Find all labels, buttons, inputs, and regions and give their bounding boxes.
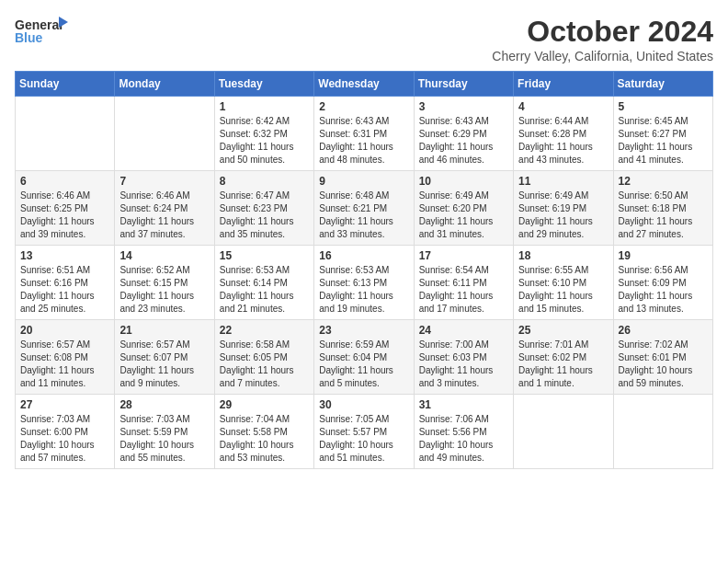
calendar-cell: 2Sunrise: 6:43 AM Sunset: 6:31 PM Daylig… [314, 97, 414, 171]
day-info: Sunrise: 7:01 AM Sunset: 6:02 PM Dayligh… [518, 339, 608, 390]
weekday-header-row: SundayMondayTuesdayWednesdayThursdayFrid… [16, 72, 713, 97]
calendar-cell: 9Sunrise: 6:48 AM Sunset: 6:21 PM Daylig… [314, 171, 414, 246]
day-info: Sunrise: 6:57 AM Sunset: 6:07 PM Dayligh… [119, 339, 209, 390]
day-info: Sunrise: 6:59 AM Sunset: 6:04 PM Dayligh… [319, 339, 408, 390]
day-info: Sunrise: 7:05 AM Sunset: 5:57 PM Dayligh… [319, 413, 408, 465]
title-area: October 2024 Cherry Valley, California, … [492, 15, 713, 63]
day-info: Sunrise: 6:53 AM Sunset: 6:14 PM Dayligh… [220, 264, 309, 316]
calendar-cell: 4Sunrise: 6:44 AM Sunset: 6:28 PM Daylig… [514, 97, 613, 171]
calendar-cell: 22Sunrise: 6:58 AM Sunset: 6:05 PM Dayli… [214, 320, 313, 395]
day-number: 2 [319, 100, 408, 113]
day-number: 7 [119, 175, 209, 188]
day-info: Sunrise: 6:46 AM Sunset: 6:24 PM Dayligh… [119, 190, 209, 241]
day-number: 4 [518, 100, 608, 113]
calendar-cell: 6Sunrise: 6:46 AM Sunset: 6:25 PM Daylig… [16, 171, 115, 246]
weekday-header-wednesday: Wednesday [314, 72, 414, 97]
calendar-cell: 16Sunrise: 6:53 AM Sunset: 6:13 PM Dayli… [314, 246, 414, 320]
day-info: Sunrise: 6:48 AM Sunset: 6:21 PM Dayligh… [319, 190, 408, 241]
calendar-cell: 15Sunrise: 6:53 AM Sunset: 6:14 PM Dayli… [214, 246, 313, 320]
svg-text:Blue: Blue [15, 30, 43, 45]
day-info: Sunrise: 7:02 AM Sunset: 6:01 PM Dayligh… [619, 339, 708, 390]
day-info: Sunrise: 6:45 AM Sunset: 6:27 PM Dayligh… [619, 115, 708, 167]
day-info: Sunrise: 6:51 AM Sunset: 6:16 PM Dayligh… [20, 264, 109, 316]
day-info: Sunrise: 6:49 AM Sunset: 6:19 PM Dayligh… [518, 190, 608, 241]
weekday-header-sunday: Sunday [16, 72, 115, 97]
day-number: 18 [518, 249, 608, 262]
calendar-cell: 14Sunrise: 6:52 AM Sunset: 6:15 PM Dayli… [115, 246, 214, 320]
calendar-cell: 12Sunrise: 6:50 AM Sunset: 6:18 PM Dayli… [613, 171, 712, 246]
calendar-cell: 10Sunrise: 6:49 AM Sunset: 6:20 PM Dayli… [414, 171, 513, 246]
day-info: Sunrise: 7:00 AM Sunset: 6:03 PM Dayligh… [419, 339, 508, 390]
calendar-cell: 29Sunrise: 7:04 AM Sunset: 5:58 PM Dayli… [214, 395, 313, 469]
day-number: 16 [319, 249, 408, 262]
svg-marker-2 [59, 17, 68, 28]
day-number: 20 [20, 324, 109, 337]
day-info: Sunrise: 6:57 AM Sunset: 6:08 PM Dayligh… [20, 339, 109, 390]
calendar-week-row: 27Sunrise: 7:03 AM Sunset: 6:00 PM Dayli… [16, 395, 713, 469]
calendar-cell: 19Sunrise: 6:56 AM Sunset: 6:09 PM Dayli… [613, 246, 712, 320]
calendar-week-row: 6Sunrise: 6:46 AM Sunset: 6:25 PM Daylig… [16, 171, 713, 246]
weekday-header-thursday: Thursday [414, 72, 513, 97]
day-number: 27 [20, 398, 109, 411]
calendar-cell: 17Sunrise: 6:54 AM Sunset: 6:11 PM Dayli… [414, 246, 513, 320]
day-number: 13 [20, 249, 109, 262]
calendar-cell: 18Sunrise: 6:55 AM Sunset: 6:10 PM Dayli… [514, 246, 613, 320]
calendar-cell: 26Sunrise: 7:02 AM Sunset: 6:01 PM Dayli… [613, 320, 712, 395]
day-number: 8 [220, 175, 309, 188]
day-info: Sunrise: 6:42 AM Sunset: 6:32 PM Dayligh… [220, 115, 309, 167]
day-number: 15 [220, 249, 309, 262]
weekday-header-monday: Monday [115, 72, 214, 97]
calendar-week-row: 13Sunrise: 6:51 AM Sunset: 6:16 PM Dayli… [16, 246, 713, 320]
day-number: 31 [419, 398, 508, 411]
calendar-cell [115, 97, 214, 171]
day-info: Sunrise: 7:03 AM Sunset: 6:00 PM Dayligh… [20, 413, 109, 465]
calendar-cell [16, 97, 115, 171]
calendar-cell: 27Sunrise: 7:03 AM Sunset: 6:00 PM Dayli… [16, 395, 115, 469]
calendar-cell: 20Sunrise: 6:57 AM Sunset: 6:08 PM Dayli… [16, 320, 115, 395]
calendar-table: SundayMondayTuesdayWednesdayThursdayFrid… [15, 71, 713, 469]
day-number: 3 [419, 100, 508, 113]
calendar-cell [613, 395, 712, 469]
calendar-cell: 23Sunrise: 6:59 AM Sunset: 6:04 PM Dayli… [314, 320, 414, 395]
calendar-cell: 11Sunrise: 6:49 AM Sunset: 6:19 PM Dayli… [514, 171, 613, 246]
calendar-cell: 8Sunrise: 6:47 AM Sunset: 6:23 PM Daylig… [214, 171, 313, 246]
day-number: 11 [518, 175, 608, 188]
calendar-cell: 5Sunrise: 6:45 AM Sunset: 6:27 PM Daylig… [613, 97, 712, 171]
day-number: 21 [119, 324, 209, 337]
day-number: 1 [220, 100, 309, 113]
day-info: Sunrise: 6:54 AM Sunset: 6:11 PM Dayligh… [419, 264, 508, 316]
day-info: Sunrise: 6:50 AM Sunset: 6:18 PM Dayligh… [619, 190, 708, 241]
day-info: Sunrise: 6:46 AM Sunset: 6:25 PM Dayligh… [20, 190, 109, 241]
day-number: 14 [119, 249, 209, 262]
day-number: 28 [119, 398, 209, 411]
day-number: 22 [220, 324, 309, 337]
day-info: Sunrise: 6:43 AM Sunset: 6:29 PM Dayligh… [419, 115, 508, 167]
logo-svg: GeneralBlue [15, 15, 70, 48]
day-number: 5 [619, 100, 708, 113]
day-number: 6 [20, 175, 109, 188]
day-info: Sunrise: 6:44 AM Sunset: 6:28 PM Dayligh… [518, 115, 608, 167]
location: Cherry Valley, California, United States [492, 49, 713, 63]
calendar-week-row: 1Sunrise: 6:42 AM Sunset: 6:32 PM Daylig… [16, 97, 713, 171]
day-number: 24 [419, 324, 508, 337]
day-number: 12 [619, 175, 708, 188]
day-number: 26 [619, 324, 708, 337]
day-info: Sunrise: 6:52 AM Sunset: 6:15 PM Dayligh… [119, 264, 209, 316]
day-info: Sunrise: 6:56 AM Sunset: 6:09 PM Dayligh… [619, 264, 708, 316]
calendar-cell: 30Sunrise: 7:05 AM Sunset: 5:57 PM Dayli… [314, 395, 414, 469]
day-info: Sunrise: 6:49 AM Sunset: 6:20 PM Dayligh… [419, 190, 508, 241]
weekday-header-tuesday: Tuesday [214, 72, 313, 97]
day-number: 9 [319, 175, 408, 188]
day-number: 17 [419, 249, 508, 262]
calendar-cell [514, 395, 613, 469]
day-info: Sunrise: 6:47 AM Sunset: 6:23 PM Dayligh… [220, 190, 309, 241]
day-info: Sunrise: 6:43 AM Sunset: 6:31 PM Dayligh… [319, 115, 408, 167]
day-info: Sunrise: 7:03 AM Sunset: 5:59 PM Dayligh… [119, 413, 209, 465]
day-number: 23 [319, 324, 408, 337]
calendar-cell: 3Sunrise: 6:43 AM Sunset: 6:29 PM Daylig… [414, 97, 513, 171]
day-info: Sunrise: 7:04 AM Sunset: 5:58 PM Dayligh… [220, 413, 309, 465]
day-info: Sunrise: 7:06 AM Sunset: 5:56 PM Dayligh… [419, 413, 508, 465]
day-number: 25 [518, 324, 608, 337]
calendar-cell: 13Sunrise: 6:51 AM Sunset: 6:16 PM Dayli… [16, 246, 115, 320]
day-number: 30 [319, 398, 408, 411]
